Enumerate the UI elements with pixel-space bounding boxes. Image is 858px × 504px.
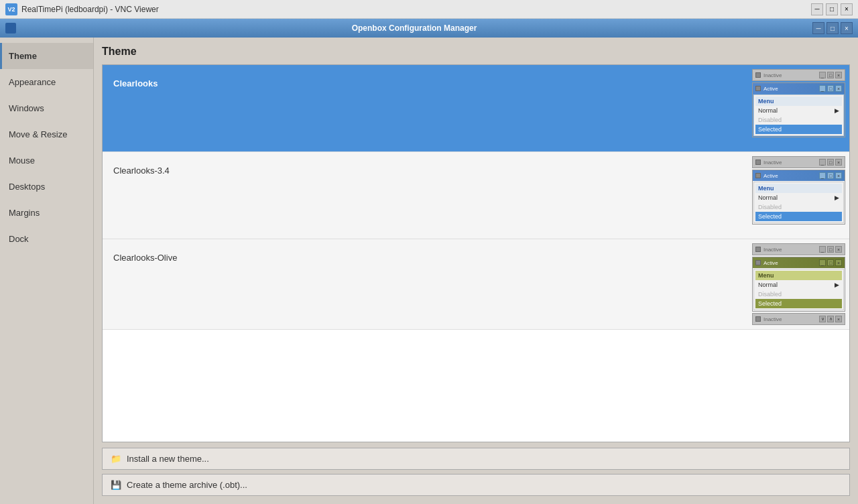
theme-preview-clearlooks-olive: Inactive _ □ × Active _ □ × [752,239,849,329]
mini-window-icon-5 [755,247,761,252]
mini-window-icon-6 [755,260,761,265]
mini-window-icon-1 [755,72,761,78]
theme-name-clearlooks-olive: Clearlooks-Olive [103,239,752,329]
mini-close-btn-4[interactable]: × [835,172,842,179]
vnc-titlebar-left: V2 RealTimePi (ledboardpi) - VNC Viewer [5,3,159,15]
mini-max-btn-3[interactable]: □ [827,159,834,166]
sidebar-item-dock[interactable]: Dock [0,226,93,252]
mini-menu-selected-2: Selected [755,212,842,221]
mini-window-icon-7 [755,316,761,322]
sidebar-item-appearance[interactable]: Appearance [0,69,93,95]
sidebar: Theme Appearance Windows Move & Resize M… [0,38,94,504]
sidebar-item-desktops[interactable]: Desktops [0,174,93,200]
app-close-button[interactable]: × [841,22,853,34]
sidebar-item-margins[interactable]: Margins [0,200,93,226]
mini-close-btn-2[interactable]: × [835,85,842,92]
mini-max-btn-1[interactable]: □ [827,72,834,78]
mini-min-btn-4[interactable]: _ [819,172,826,179]
sidebar-item-windows[interactable]: Windows [0,95,93,121]
mini-menu-disabled-2: Disabled [755,202,842,212]
inactive-label-4: Inactive [763,316,818,322]
sidebar-item-mouse[interactable]: Mouse [0,147,93,174]
active-titlebar-2: Active _ □ × [753,170,845,181]
mini-close-btn-3[interactable]: × [835,159,842,166]
main-container: Theme Appearance Windows Move & Resize M… [0,38,858,504]
mini-window-icon-3 [755,160,761,165]
vnc-titlebar: V2 RealTimePi (ledboardpi) - VNC Viewer … [0,0,858,19]
install-theme-button[interactable]: 📁 Install a new theme... [102,448,850,470]
create-archive-button[interactable]: 💾 Create a theme archive (.obt)... [102,474,850,496]
vnc-maximize-button[interactable]: □ [826,3,838,15]
inactive-label-2: Inactive [763,160,818,166]
inactive-titlebar-3: Inactive _ □ × [753,244,845,255]
inactive-titlebar-1: Inactive _ □ × [753,70,845,80]
content-area: Theme Clearlooks Inactive _ □ × [94,38,858,504]
inactive-titlebar-4: Inactive ∨ ∧ × [753,314,845,324]
mini-menu-disabled-1: Disabled [755,115,842,125]
mini-min-btn-7[interactable]: ∨ [819,316,826,322]
app-window-controls: ─ □ × [812,22,853,34]
mini-min-btn-2[interactable]: _ [819,85,826,92]
install-theme-label: Install a new theme... [127,454,209,464]
active-label-2: Active [763,173,818,179]
mini-max-btn-2[interactable]: □ [827,85,834,92]
theme-name-clearlooks: Clearlooks [103,65,752,151]
mini-menu-header-2: Menu [755,184,842,193]
mini-min-btn-3[interactable]: _ [819,159,826,166]
vnc-minimize-button[interactable]: ─ [811,3,823,15]
mini-max-btn-6[interactable]: □ [827,259,834,266]
mini-menu-3: Menu Normal ▶ Disabled Selected [753,269,844,310]
mini-menu-normal-2: Normal ▶ [755,193,842,202]
vnc-close-button[interactable]: × [841,3,853,15]
mini-max-btn-4[interactable]: □ [827,172,834,179]
mini-min-btn-5[interactable]: _ [819,246,826,253]
theme-item-clearlooks-olive[interactable]: Clearlooks-Olive Inactive _ □ × [103,239,849,330]
mini-menu-normal-1: Normal ▶ [755,106,842,115]
inactive-titlebar-2: Inactive _ □ × [753,157,845,168]
mini-min-btn-1[interactable]: _ [819,72,826,78]
vnc-window-controls: ─ □ × [811,3,853,15]
mini-menu-selected-3: Selected [755,299,842,308]
theme-item-clearlooks34[interactable]: Clearlooks-3.4 Inactive _ □ × [103,152,849,239]
mini-close-btn-1[interactable]: × [835,72,842,78]
mini-close-btn-6[interactable]: × [835,259,842,266]
inactive-label-1: Inactive [763,72,818,78]
mini-close-btn-7[interactable]: × [835,316,842,322]
sidebar-item-theme[interactable]: Theme [0,43,93,69]
theme-list[interactable]: Clearlooks Inactive _ □ × [102,64,850,442]
theme-item-clearlooks[interactable]: Clearlooks Inactive _ □ × [103,65,849,152]
install-icon: 📁 [111,454,121,464]
mini-menu-selected-1: Selected [755,125,842,134]
sidebar-item-move-resize[interactable]: Move & Resize [0,121,93,147]
create-icon: 💾 [111,480,121,490]
inactive-label-3: Inactive [763,247,818,253]
active-window-2: Active _ □ × Menu Normal ▶ Disabled Sele… [752,170,845,225]
app-minimize-button[interactable]: ─ [812,22,824,34]
active-label-1: Active [763,86,818,92]
mini-menu-header-1: Menu [755,97,842,106]
active-titlebar-3: Active _ □ × [753,257,845,268]
mini-menu-header-3: Menu [755,271,842,280]
mini-menu-disabled-3: Disabled [755,290,842,299]
mini-max-btn-5[interactable]: □ [827,246,834,253]
active-window-3: Active _ □ × Menu Normal ▶ Disabled Sele… [752,257,845,312]
app-maximize-button[interactable]: □ [826,22,839,34]
vnc-title: RealTimePi (ledboardpi) - VNC Viewer [21,5,159,14]
app-title: Openbox Configuration Manager [16,23,812,33]
inactive-window-2: Inactive _ □ × [752,156,845,168]
inactive-window-3: Inactive _ □ × [752,243,845,255]
active-window-1: Active _ □ × Menu Normal ▶ Disabled Sele… [752,82,845,137]
theme-preview-clearlooks: Inactive _ □ × Active _ □ × [752,65,849,151]
mini-min-btn-6[interactable]: _ [819,259,826,266]
vnc-logo-icon: V2 [5,3,17,15]
mini-close-btn-5[interactable]: × [835,246,842,253]
action-buttons: 📁 Install a new theme... 💾 Create a them… [102,448,850,496]
page-title: Theme [102,46,850,58]
mini-window-icon-2 [755,86,761,91]
mini-window-icon-4 [755,173,761,178]
mini-menu-1: Menu Normal ▶ Disabled Selected [753,94,844,136]
theme-preview-clearlooks34: Inactive _ □ × Active _ □ × [752,152,849,239]
mini-max-btn-7[interactable]: ∧ [827,316,834,322]
theme-name-clearlooks34: Clearlooks-3.4 [103,152,752,239]
active-label-3: Active [763,260,818,266]
